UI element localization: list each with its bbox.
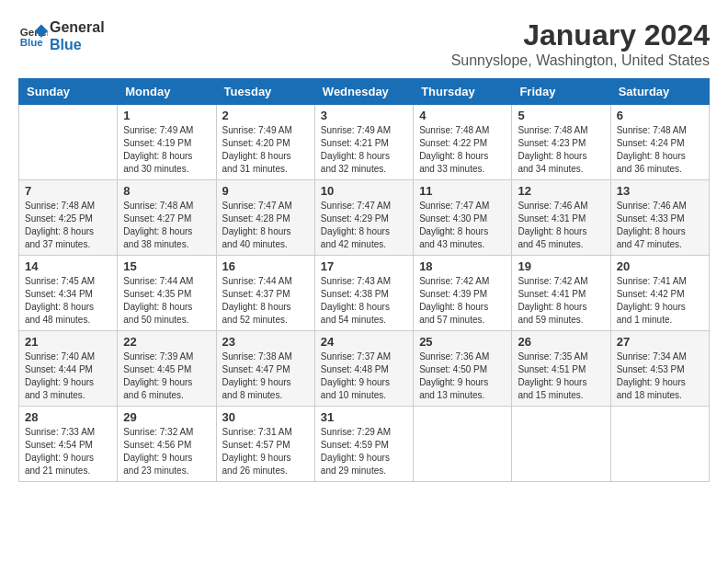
day-info: Sunrise: 7:39 AMSunset: 4:45 PMDaylight:…	[123, 350, 210, 402]
day-info: Sunrise: 7:40 AMSunset: 4:44 PMDaylight:…	[25, 350, 111, 402]
day-info: Sunrise: 7:38 AMSunset: 4:47 PMDaylight:…	[222, 350, 309, 402]
calendar-cell: 29Sunrise: 7:32 AMSunset: 4:56 PMDayligh…	[118, 407, 216, 482]
calendar-cell: 19Sunrise: 7:42 AMSunset: 4:41 PMDayligh…	[512, 256, 610, 331]
logo: General Blue General Blue	[18, 18, 105, 53]
day-info: Sunrise: 7:43 AMSunset: 4:38 PMDaylight:…	[321, 275, 407, 327]
day-info: Sunrise: 7:48 AMSunset: 4:24 PMDaylight:…	[617, 124, 703, 176]
day-info: Sunrise: 7:48 AMSunset: 4:23 PMDaylight:…	[518, 124, 604, 176]
day-info: Sunrise: 7:47 AMSunset: 4:29 PMDaylight:…	[321, 200, 407, 251]
calendar-cell: 16Sunrise: 7:44 AMSunset: 4:37 PMDayligh…	[216, 256, 314, 331]
weekday-header-wednesday: Wednesday	[314, 79, 413, 105]
calendar-cell	[610, 407, 709, 482]
day-info: Sunrise: 7:45 AMSunset: 4:34 PMDaylight:…	[25, 275, 111, 327]
calendar-week-row: 14Sunrise: 7:45 AMSunset: 4:34 PMDayligh…	[19, 256, 710, 331]
day-info: Sunrise: 7:33 AMSunset: 4:54 PMDaylight:…	[25, 426, 111, 477]
page-title: January 2024	[451, 18, 710, 52]
logo-text-general: General	[50, 18, 105, 36]
day-number: 27	[617, 335, 703, 349]
day-number: 13	[617, 184, 703, 198]
calendar-cell: 5Sunrise: 7:48 AMSunset: 4:23 PMDaylight…	[512, 105, 610, 180]
calendar-cell: 18Sunrise: 7:42 AMSunset: 4:39 PMDayligh…	[414, 256, 512, 331]
day-info: Sunrise: 7:47 AMSunset: 4:30 PMDaylight:…	[419, 200, 506, 251]
calendar-cell: 22Sunrise: 7:39 AMSunset: 4:45 PMDayligh…	[118, 331, 216, 407]
logo-text-blue: Blue	[50, 36, 105, 53]
day-info: Sunrise: 7:42 AMSunset: 4:41 PMDaylight:…	[518, 275, 604, 327]
calendar-cell: 12Sunrise: 7:46 AMSunset: 4:31 PMDayligh…	[512, 180, 610, 256]
day-number: 2	[222, 109, 309, 122]
calendar-cell: 26Sunrise: 7:35 AMSunset: 4:51 PMDayligh…	[512, 331, 610, 407]
day-number: 3	[321, 109, 407, 122]
day-number: 25	[419, 335, 506, 349]
day-info: Sunrise: 7:42 AMSunset: 4:39 PMDaylight:…	[419, 275, 506, 327]
day-number: 10	[321, 184, 407, 198]
calendar-cell: 4Sunrise: 7:48 AMSunset: 4:22 PMDaylight…	[414, 105, 512, 180]
calendar-cell: 10Sunrise: 7:47 AMSunset: 4:29 PMDayligh…	[314, 180, 413, 256]
calendar-cell: 14Sunrise: 7:45 AMSunset: 4:34 PMDayligh…	[19, 256, 118, 331]
day-number: 16	[222, 259, 309, 273]
day-number: 11	[419, 184, 506, 198]
calendar-header-row: SundayMondayTuesdayWednesdayThursdayFrid…	[19, 79, 710, 105]
day-info: Sunrise: 7:41 AMSunset: 4:42 PMDaylight:…	[617, 275, 703, 327]
day-info: Sunrise: 7:46 AMSunset: 4:31 PMDaylight:…	[518, 200, 604, 251]
day-number: 17	[321, 259, 407, 273]
page-subtitle: Sunnyslope, Washington, United States	[451, 52, 710, 69]
calendar-week-row: 7Sunrise: 7:48 AMSunset: 4:25 PMDaylight…	[19, 180, 710, 256]
day-number: 21	[25, 335, 111, 349]
day-number: 30	[222, 410, 309, 424]
day-info: Sunrise: 7:44 AMSunset: 4:35 PMDaylight:…	[123, 275, 210, 327]
day-number: 9	[222, 184, 309, 198]
day-number: 18	[419, 259, 506, 273]
calendar-cell: 27Sunrise: 7:34 AMSunset: 4:53 PMDayligh…	[610, 331, 709, 407]
day-number: 8	[123, 184, 210, 198]
day-number: 23	[222, 335, 309, 349]
calendar-cell: 11Sunrise: 7:47 AMSunset: 4:30 PMDayligh…	[414, 180, 512, 256]
calendar-cell	[19, 105, 118, 180]
calendar-cell: 23Sunrise: 7:38 AMSunset: 4:47 PMDayligh…	[216, 331, 314, 407]
day-number: 26	[518, 335, 604, 349]
calendar-week-row: 1Sunrise: 7:49 AMSunset: 4:19 PMDaylight…	[19, 105, 710, 180]
calendar-cell: 17Sunrise: 7:43 AMSunset: 4:38 PMDayligh…	[314, 256, 413, 331]
weekday-header-tuesday: Tuesday	[216, 79, 314, 105]
day-info: Sunrise: 7:35 AMSunset: 4:51 PMDaylight:…	[518, 350, 604, 402]
day-number: 7	[25, 184, 111, 198]
calendar-cell: 28Sunrise: 7:33 AMSunset: 4:54 PMDayligh…	[19, 407, 118, 482]
calendar-cell: 9Sunrise: 7:47 AMSunset: 4:28 PMDaylight…	[216, 180, 314, 256]
calendar-cell: 25Sunrise: 7:36 AMSunset: 4:50 PMDayligh…	[414, 331, 512, 407]
weekday-header-monday: Monday	[118, 79, 216, 105]
day-number: 6	[617, 109, 703, 122]
calendar-cell: 15Sunrise: 7:44 AMSunset: 4:35 PMDayligh…	[118, 256, 216, 331]
calendar-cell: 6Sunrise: 7:48 AMSunset: 4:24 PMDaylight…	[610, 105, 709, 180]
day-number: 1	[123, 109, 210, 122]
calendar-cell: 20Sunrise: 7:41 AMSunset: 4:42 PMDayligh…	[610, 256, 709, 331]
day-number: 31	[321, 410, 407, 424]
day-info: Sunrise: 7:48 AMSunset: 4:25 PMDaylight:…	[25, 200, 111, 251]
calendar-cell: 3Sunrise: 7:49 AMSunset: 4:21 PMDaylight…	[314, 105, 413, 180]
svg-text:Blue: Blue	[20, 37, 44, 48]
calendar-cell: 24Sunrise: 7:37 AMSunset: 4:48 PMDayligh…	[314, 331, 413, 407]
calendar-cell: 13Sunrise: 7:46 AMSunset: 4:33 PMDayligh…	[610, 180, 709, 256]
day-info: Sunrise: 7:34 AMSunset: 4:53 PMDaylight:…	[617, 350, 703, 402]
day-info: Sunrise: 7:49 AMSunset: 4:19 PMDaylight:…	[123, 124, 210, 176]
calendar-week-row: 21Sunrise: 7:40 AMSunset: 4:44 PMDayligh…	[19, 331, 710, 407]
day-info: Sunrise: 7:48 AMSunset: 4:22 PMDaylight:…	[419, 124, 506, 176]
day-info: Sunrise: 7:36 AMSunset: 4:50 PMDaylight:…	[419, 350, 506, 402]
calendar-cell: 7Sunrise: 7:48 AMSunset: 4:25 PMDaylight…	[19, 180, 118, 256]
weekday-header-thursday: Thursday	[414, 79, 512, 105]
weekday-header-sunday: Sunday	[19, 79, 118, 105]
day-info: Sunrise: 7:29 AMSunset: 4:59 PMDaylight:…	[321, 426, 407, 477]
logo-icon: General Blue	[18, 21, 48, 51]
day-number: 12	[518, 184, 604, 198]
day-number: 4	[419, 109, 506, 122]
weekday-header-saturday: Saturday	[610, 79, 709, 105]
day-number: 5	[518, 109, 604, 122]
calendar-cell: 30Sunrise: 7:31 AMSunset: 4:57 PMDayligh…	[216, 407, 314, 482]
day-number: 29	[123, 410, 210, 424]
day-info: Sunrise: 7:46 AMSunset: 4:33 PMDaylight:…	[617, 200, 703, 251]
calendar-cell: 31Sunrise: 7:29 AMSunset: 4:59 PMDayligh…	[314, 407, 413, 482]
calendar-cell: 21Sunrise: 7:40 AMSunset: 4:44 PMDayligh…	[19, 331, 118, 407]
title-block: January 2024 Sunnyslope, Washington, Uni…	[451, 18, 710, 69]
day-info: Sunrise: 7:47 AMSunset: 4:28 PMDaylight:…	[222, 200, 309, 251]
calendar-cell	[414, 407, 512, 482]
day-number: 19	[518, 259, 604, 273]
day-info: Sunrise: 7:32 AMSunset: 4:56 PMDaylight:…	[123, 426, 210, 477]
